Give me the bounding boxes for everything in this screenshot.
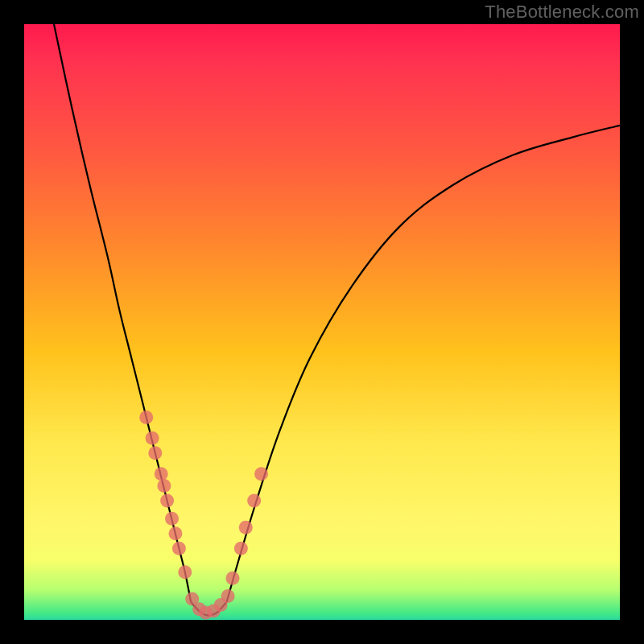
highlight-dot	[160, 494, 174, 508]
highlight-dot	[254, 467, 268, 481]
highlight-dot	[148, 446, 162, 460]
highlight-dot	[146, 431, 159, 445]
highlight-dot	[157, 479, 171, 493]
highlight-dot	[139, 411, 153, 424]
highlight-dot	[234, 542, 248, 555]
watermark-text: TheBottleneck.com	[485, 2, 639, 23]
highlight-dot	[247, 494, 261, 508]
chart-svg	[24, 24, 620, 620]
highlight-dot	[168, 526, 182, 540]
highlight-dot	[155, 467, 168, 481]
highlight-dot	[221, 589, 235, 603]
highlight-dot	[165, 512, 179, 526]
highlight-dots-group	[139, 411, 268, 620]
highlight-dot	[226, 572, 240, 585]
highlight-dot	[178, 565, 192, 579]
highlight-dot	[172, 542, 186, 555]
curve-right-branch	[227, 126, 620, 602]
plot-area	[24, 24, 620, 620]
outer-frame: TheBottleneck.com	[0, 0, 644, 644]
highlight-dot	[239, 521, 253, 535]
